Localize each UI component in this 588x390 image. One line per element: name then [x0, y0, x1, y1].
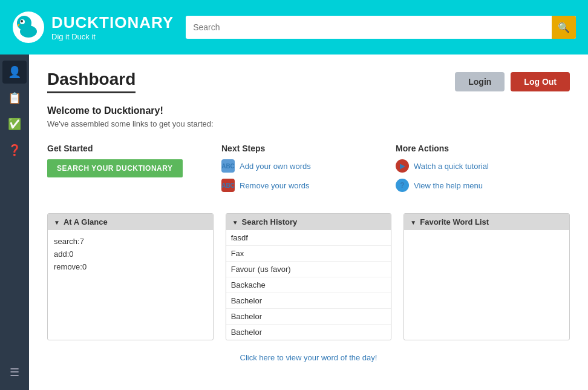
help-menu-label[interactable]: View the help menu: [414, 181, 483, 190]
at-a-glance-body: search:7 add:0 remove:0: [48, 230, 213, 327]
header-buttons: Login Log Out: [455, 72, 570, 91]
list-item: add:0: [54, 248, 207, 260]
search-history-body: fasdf Fax Favour (us favor) Backache Bac…: [226, 230, 391, 340]
search-input[interactable]: [186, 16, 576, 39]
list-item: Bachelor: [226, 293, 391, 309]
search-container: 🔍: [186, 16, 576, 39]
remove-words-label[interactable]: Remove your words: [240, 181, 310, 190]
search-history-chevron[interactable]: [232, 217, 238, 226]
get-started-title: Get Started: [47, 144, 221, 153]
search-history-title: Search History: [242, 217, 298, 226]
help-icon: ?: [396, 179, 409, 192]
list-item: Favour (us favor): [226, 262, 391, 277]
add-words-icon: ABC: [221, 159, 235, 173]
tutorial-icon: ▶: [396, 159, 409, 173]
remove-words-link[interactable]: ABC Remove your words: [221, 179, 396, 192]
favorite-word-list-panel: Favorite Word List: [403, 213, 570, 340]
sidebar-hamburger-button[interactable]: ☰: [2, 361, 27, 384]
list-item: fasdf: [226, 230, 391, 246]
book-icon: 📋: [8, 91, 21, 105]
app-header: DUCKTIONARY Dig it Duck it 🔍: [0, 0, 588, 55]
search-button[interactable]: 🔍: [552, 16, 576, 39]
sidebar-item-help[interactable]: ❓: [2, 139, 27, 162]
welcome-section: Welcome to Ducktionary! We've assembled …: [47, 105, 570, 128]
at-a-glance-title: At A Glance: [64, 217, 108, 226]
login-button[interactable]: Login: [455, 72, 505, 91]
logo-area: DUCKTIONARY Dig it Duck it: [12, 11, 174, 44]
at-a-glance-panel: At A Glance search:7 add:0 remove:0: [47, 213, 214, 340]
next-steps-title: Next Steps: [221, 144, 396, 153]
add-words-link[interactable]: ABC Add your own words: [221, 159, 396, 173]
list-item: Bachelor: [226, 325, 391, 340]
help-menu-link[interactable]: ? View the help menu: [396, 179, 570, 192]
list-item: search:7: [54, 235, 207, 248]
logo-title: DUCKTIONARY: [51, 13, 174, 32]
more-actions-col: More Actions ▶ Watch a quick tutorial ? …: [396, 144, 570, 198]
hamburger-icon: ☰: [10, 366, 19, 379]
sidebar: 👤 📋 ✅ ❓ ☰: [0, 55, 29, 390]
search-history-header: Search History: [226, 214, 391, 230]
tutorial-label[interactable]: Watch a quick tutorial: [414, 162, 489, 171]
sidebar-item-book[interactable]: 📋: [2, 87, 27, 110]
logo-icon: [12, 11, 45, 44]
checklist-icon: ✅: [8, 117, 21, 131]
add-words-label[interactable]: Add your own words: [240, 162, 311, 171]
more-actions-title: More Actions: [396, 144, 570, 153]
links-row: Get Started SEARCH YOUR DUCKTIONARY Next…: [47, 144, 570, 198]
sidebar-item-profile[interactable]: 👤: [2, 61, 27, 84]
list-item: Fax: [226, 246, 391, 262]
word-of-day: Click here to view your word of the day!: [47, 352, 570, 362]
svg-point-4: [21, 20, 23, 22]
favorite-word-list-chevron[interactable]: [410, 217, 416, 226]
at-a-glance-chevron[interactable]: [54, 217, 60, 226]
search-icon: 🔍: [558, 22, 570, 33]
list-item: Bachelor: [226, 309, 391, 325]
favorite-word-list-body: [404, 230, 569, 327]
help-circle-icon: ❓: [8, 144, 21, 157]
list-item: remove:0: [54, 260, 207, 273]
logout-button[interactable]: Log Out: [511, 72, 570, 91]
logo-text-area: DUCKTIONARY Dig it Duck it: [51, 13, 174, 41]
favorite-word-list-header: Favorite Word List: [404, 214, 569, 230]
search-ducktionary-button[interactable]: SEARCH YOUR DUCKTIONARY: [47, 159, 183, 177]
sidebar-item-checklist[interactable]: ✅: [2, 113, 27, 136]
main-content: Dashboard Login Log Out Welcome to Duckt…: [29, 55, 588, 390]
tutorial-link[interactable]: ▶ Watch a quick tutorial: [396, 159, 570, 173]
at-a-glance-header: At A Glance: [48, 214, 213, 230]
svg-point-2: [20, 25, 37, 38]
page-title: Dashboard: [47, 70, 136, 93]
favorite-word-list-title: Favorite Word List: [420, 217, 489, 226]
panels-row: At A Glance search:7 add:0 remove:0 Sear…: [47, 213, 570, 340]
logo-subtitle: Dig it Duck it: [51, 32, 174, 41]
profile-icon: 👤: [8, 65, 21, 79]
welcome-subtitle: We've assembled some links to get you st…: [47, 119, 570, 128]
dashboard-header: Dashboard Login Log Out: [47, 70, 570, 93]
list-item: Backache: [226, 277, 391, 293]
get-started-col: Get Started SEARCH YOUR DUCKTIONARY: [47, 144, 221, 198]
word-of-day-link[interactable]: Click here to view your word of the day!: [240, 353, 377, 362]
search-history-panel: Search History fasdf Fax Favour (us favo…: [226, 213, 392, 340]
next-steps-col: Next Steps ABC Add your own words ABC Re…: [221, 144, 396, 198]
welcome-title: Welcome to Ducktionary!: [47, 105, 570, 116]
remove-words-icon: ABC: [221, 179, 235, 192]
